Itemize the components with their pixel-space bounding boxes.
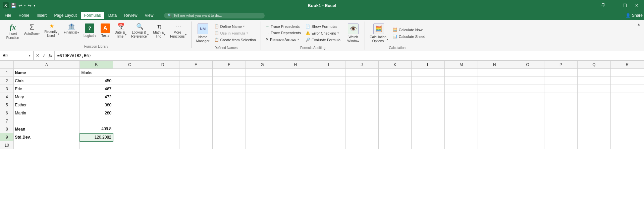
cell-G9[interactable] — [246, 133, 279, 141]
cell-A3[interactable]: Eric — [13, 85, 80, 93]
cell-P6[interactable] — [544, 109, 578, 117]
cell-K5[interactable] — [378, 101, 412, 109]
cell-C2[interactable] — [113, 77, 146, 85]
define-name-btn[interactable]: 📋 Define Name ▾ — [212, 23, 258, 30]
cell-L8[interactable] — [412, 125, 445, 133]
cell-I7[interactable] — [312, 117, 345, 125]
lookup-reference-btn[interactable]: 🔍 Lookup & Reference ▾ — [129, 22, 150, 40]
cell-H1[interactable] — [279, 69, 312, 77]
cell-R1[interactable] — [610, 69, 644, 77]
cell-N4[interactable] — [478, 93, 511, 101]
use-in-formula-btn[interactable]: 📋 Use in Formula ▾ — [212, 30, 258, 36]
cell-J10[interactable] — [345, 141, 378, 149]
col-header-K[interactable]: K — [378, 61, 412, 69]
cell-G2[interactable] — [246, 77, 279, 85]
cell-G6[interactable] — [246, 109, 279, 117]
cell-F2[interactable] — [213, 77, 246, 85]
cancel-formula-btn[interactable]: ✕ — [35, 53, 40, 58]
cell-K3[interactable] — [378, 85, 412, 93]
autosum-btn[interactable]: Σ AutoSum ▾ — [22, 22, 42, 37]
cell-M2[interactable] — [445, 77, 478, 85]
cell-C9[interactable] — [113, 133, 146, 141]
cell-Q2[interactable] — [577, 77, 610, 85]
cell-L1[interactable] — [412, 69, 445, 77]
menu-file[interactable]: File — [1, 12, 14, 19]
menu-home[interactable]: Home — [15, 12, 33, 19]
cell-L2[interactable] — [412, 77, 445, 85]
row-header-9[interactable]: 9 — [0, 133, 14, 141]
calculate-now-btn[interactable]: 🧮 Calculate Now — [391, 27, 427, 33]
cell-E7[interactable] — [179, 117, 213, 125]
col-header-G[interactable]: G — [246, 61, 279, 69]
cell-B10[interactable] — [80, 141, 113, 149]
cell-M1[interactable] — [445, 69, 478, 77]
financial-btn[interactable]: 🏦 Financial ▾ — [62, 22, 81, 36]
cell-H7[interactable] — [279, 117, 312, 125]
cell-N9[interactable] — [478, 133, 511, 141]
cell-R2[interactable] — [610, 77, 644, 85]
col-header-H[interactable]: H — [279, 61, 312, 69]
date-time-btn[interactable]: 📅 Date & Time ▾ — [113, 22, 129, 40]
cell-P2[interactable] — [544, 77, 578, 85]
cell-G3[interactable] — [246, 85, 279, 93]
cell-A1[interactable]: Name — [13, 69, 80, 77]
cell-L10[interactable] — [412, 141, 445, 149]
cell-J6[interactable] — [345, 109, 378, 117]
evaluate-formula-btn[interactable]: 🔎 Evaluate Formula — [304, 37, 342, 43]
cell-G7[interactable] — [246, 117, 279, 125]
cell-L7[interactable] — [412, 117, 445, 125]
cell-B5[interactable]: 380 — [80, 101, 113, 109]
cell-M8[interactable] — [445, 125, 478, 133]
cell-E3[interactable] — [179, 85, 213, 93]
cell-P3[interactable] — [544, 85, 578, 93]
math-trig-btn[interactable]: π Math & Trig ▾ — [151, 22, 168, 40]
cell-L9[interactable] — [412, 133, 445, 141]
cell-H4[interactable] — [279, 93, 312, 101]
cell-A9[interactable]: Std.Dev. — [13, 133, 80, 141]
cell-A8[interactable]: Mean — [13, 125, 80, 133]
watch-window-btn[interactable]: 👁️ Watch Window — [344, 22, 362, 45]
cell-B7[interactable] — [80, 117, 113, 125]
cell-O8[interactable] — [511, 125, 544, 133]
cell-I10[interactable] — [312, 141, 345, 149]
cell-R6[interactable] — [610, 109, 644, 117]
cell-E8[interactable] — [179, 125, 213, 133]
col-header-P[interactable]: P — [544, 61, 578, 69]
cell-K10[interactable] — [378, 141, 412, 149]
cell-F5[interactable] — [213, 101, 246, 109]
cell-B6[interactable]: 280 — [80, 109, 113, 117]
cell-P1[interactable] — [544, 69, 578, 77]
cell-B9[interactable]: 120.2082 — [80, 133, 113, 141]
cell-K6[interactable] — [378, 109, 412, 117]
cell-C10[interactable] — [113, 141, 146, 149]
cell-B1[interactable]: Marks — [80, 69, 113, 77]
cell-M9[interactable] — [445, 133, 478, 141]
cell-K8[interactable] — [378, 125, 412, 133]
col-header-R[interactable]: R — [610, 61, 644, 69]
cell-H9[interactable] — [279, 133, 312, 141]
menu-formulas[interactable]: Formulas — [81, 12, 104, 19]
menu-data[interactable]: Data — [105, 12, 120, 19]
col-header-B[interactable]: B — [80, 61, 113, 69]
menu-insert[interactable]: Insert — [33, 12, 50, 19]
cell-J3[interactable] — [345, 85, 378, 93]
cell-D5[interactable] — [146, 101, 179, 109]
row-header-1[interactable]: 1 — [0, 69, 14, 77]
cell-M5[interactable] — [445, 101, 478, 109]
cell-J7[interactable] — [345, 117, 378, 125]
cell-O6[interactable] — [511, 109, 544, 117]
cell-K4[interactable] — [378, 93, 412, 101]
cell-J8[interactable] — [345, 125, 378, 133]
cell-F8[interactable] — [213, 125, 246, 133]
cell-O2[interactable] — [511, 77, 544, 85]
cell-Q6[interactable] — [577, 109, 610, 117]
cell-N10[interactable] — [478, 141, 511, 149]
menu-review[interactable]: Review — [121, 12, 141, 19]
cell-O4[interactable] — [511, 93, 544, 101]
cell-E6[interactable] — [179, 109, 213, 117]
menu-view[interactable]: View — [142, 12, 157, 19]
cell-K9[interactable] — [378, 133, 412, 141]
cell-N7[interactable] — [478, 117, 511, 125]
cell-A10[interactable] — [13, 141, 80, 149]
cell-J4[interactable] — [345, 93, 378, 101]
